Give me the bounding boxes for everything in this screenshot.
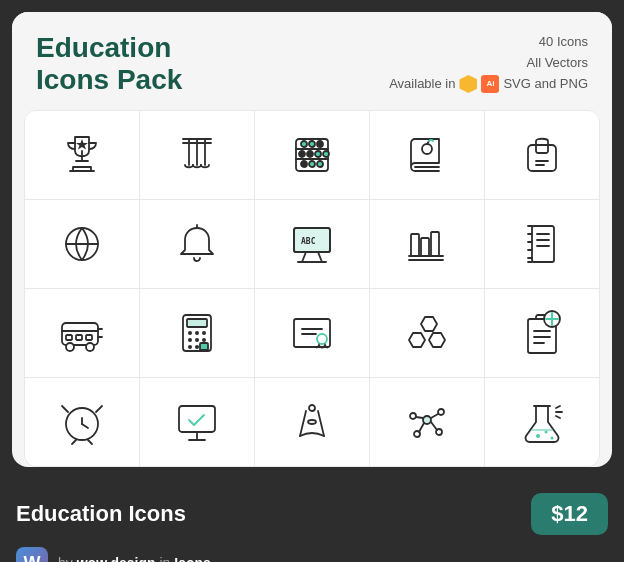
icon-certificate bbox=[255, 289, 369, 377]
icon-flask bbox=[485, 378, 599, 466]
svg-point-63 bbox=[188, 345, 192, 349]
svg-point-14 bbox=[307, 151, 313, 157]
icon-hexagons bbox=[370, 289, 484, 377]
svg-rect-53 bbox=[76, 335, 82, 340]
svg-point-48 bbox=[66, 343, 74, 351]
svg-point-12 bbox=[317, 141, 323, 147]
sketch-badge bbox=[459, 75, 477, 93]
svg-rect-33 bbox=[431, 232, 439, 256]
svg-point-19 bbox=[317, 161, 323, 167]
icon-test-tubes bbox=[140, 111, 254, 199]
price-badge[interactable]: $12 bbox=[531, 493, 608, 535]
icon-clipboard bbox=[485, 289, 599, 377]
author-info: by wow.design in Icons bbox=[58, 555, 211, 562]
svg-text:ABC: ABC bbox=[301, 237, 316, 246]
vector-type: All Vectors bbox=[389, 53, 588, 74]
icon-books-shelf bbox=[370, 200, 484, 288]
svg-line-28 bbox=[302, 252, 306, 262]
svg-rect-36 bbox=[532, 226, 554, 262]
icon-alarm-clock bbox=[25, 378, 139, 466]
svg-point-101 bbox=[545, 431, 548, 434]
icon-count: 40 Icons bbox=[389, 32, 588, 53]
svg-marker-72 bbox=[429, 333, 445, 347]
icons-grid-wrapper: ABC bbox=[24, 110, 600, 467]
pack-title: Education Icons Pack bbox=[36, 32, 182, 96]
icon-calculator bbox=[140, 289, 254, 377]
svg-line-81 bbox=[72, 440, 76, 444]
svg-point-16 bbox=[323, 151, 329, 157]
svg-rect-52 bbox=[66, 335, 72, 340]
svg-rect-83 bbox=[179, 406, 215, 432]
svg-marker-1 bbox=[76, 139, 88, 150]
icon-ball bbox=[25, 200, 139, 288]
product-title: Education Icons bbox=[16, 501, 186, 527]
meta-block: 40 Icons All Vectors Available in Ai SVG… bbox=[389, 32, 588, 94]
svg-point-62 bbox=[202, 338, 206, 342]
svg-marker-70 bbox=[421, 317, 437, 331]
svg-point-100 bbox=[536, 434, 540, 438]
icons-grid: ABC bbox=[25, 111, 599, 466]
svg-line-80 bbox=[82, 424, 88, 428]
icon-bus bbox=[25, 289, 139, 377]
svg-point-69 bbox=[317, 334, 327, 344]
svg-point-59 bbox=[202, 331, 206, 335]
svg-point-21 bbox=[422, 144, 432, 154]
formats-label: SVG and PNG bbox=[503, 74, 588, 95]
svg-rect-56 bbox=[187, 319, 207, 327]
svg-point-17 bbox=[301, 161, 307, 167]
svg-line-88 bbox=[318, 411, 324, 436]
svg-line-103 bbox=[556, 406, 560, 408]
icon-book-apple bbox=[370, 111, 484, 199]
svg-point-13 bbox=[299, 151, 305, 157]
icon-backpack bbox=[485, 111, 599, 199]
svg-point-93 bbox=[410, 413, 416, 419]
icon-bell bbox=[140, 200, 254, 288]
author-row: W by wow.design in Icons bbox=[0, 545, 624, 562]
icon-compass bbox=[255, 378, 369, 466]
bottom-bar: Education Icons $12 bbox=[0, 479, 624, 545]
icon-notebook bbox=[485, 200, 599, 288]
svg-point-64 bbox=[195, 345, 199, 349]
svg-point-11 bbox=[309, 141, 315, 147]
svg-point-49 bbox=[86, 343, 94, 351]
svg-rect-31 bbox=[411, 234, 419, 256]
available-label: Available in bbox=[389, 74, 455, 95]
svg-rect-46 bbox=[62, 323, 98, 345]
svg-point-60 bbox=[188, 338, 192, 342]
svg-point-10 bbox=[301, 141, 307, 147]
svg-line-29 bbox=[318, 252, 322, 262]
svg-marker-71 bbox=[409, 333, 425, 347]
svg-point-18 bbox=[309, 161, 315, 167]
card-header: Education Icons Pack 40 Icons All Vector… bbox=[12, 12, 612, 110]
in-label: in bbox=[159, 555, 170, 562]
icon-chalkboard: ABC bbox=[255, 200, 369, 288]
author-avatar: W bbox=[16, 547, 48, 562]
author-name[interactable]: wow.design bbox=[77, 555, 156, 562]
svg-line-95 bbox=[431, 414, 438, 418]
svg-point-86 bbox=[309, 405, 315, 411]
icon-monitor bbox=[140, 378, 254, 466]
svg-rect-32 bbox=[421, 238, 429, 256]
main-card: Education Icons Pack 40 Icons All Vector… bbox=[12, 12, 612, 467]
svg-rect-54 bbox=[86, 335, 92, 340]
svg-point-58 bbox=[195, 331, 199, 335]
svg-line-82 bbox=[88, 440, 92, 444]
svg-line-96 bbox=[431, 422, 437, 430]
category-label[interactable]: Icons bbox=[174, 555, 211, 562]
formats-row: Available in Ai SVG and PNG bbox=[389, 74, 588, 95]
svg-line-87 bbox=[300, 411, 306, 436]
svg-point-89 bbox=[308, 420, 316, 424]
svg-line-105 bbox=[556, 416, 560, 418]
svg-point-102 bbox=[551, 437, 554, 440]
ai-badge: Ai bbox=[481, 75, 499, 93]
svg-point-91 bbox=[438, 409, 444, 415]
svg-line-97 bbox=[416, 417, 423, 418]
title-block: Education Icons Pack bbox=[36, 32, 182, 96]
svg-point-61 bbox=[195, 338, 199, 342]
svg-line-98 bbox=[419, 423, 424, 432]
icon-trophy bbox=[25, 111, 139, 199]
svg-point-15 bbox=[315, 151, 321, 157]
by-label: by bbox=[58, 555, 73, 562]
icon-abacus bbox=[255, 111, 369, 199]
icon-molecule bbox=[370, 378, 484, 466]
